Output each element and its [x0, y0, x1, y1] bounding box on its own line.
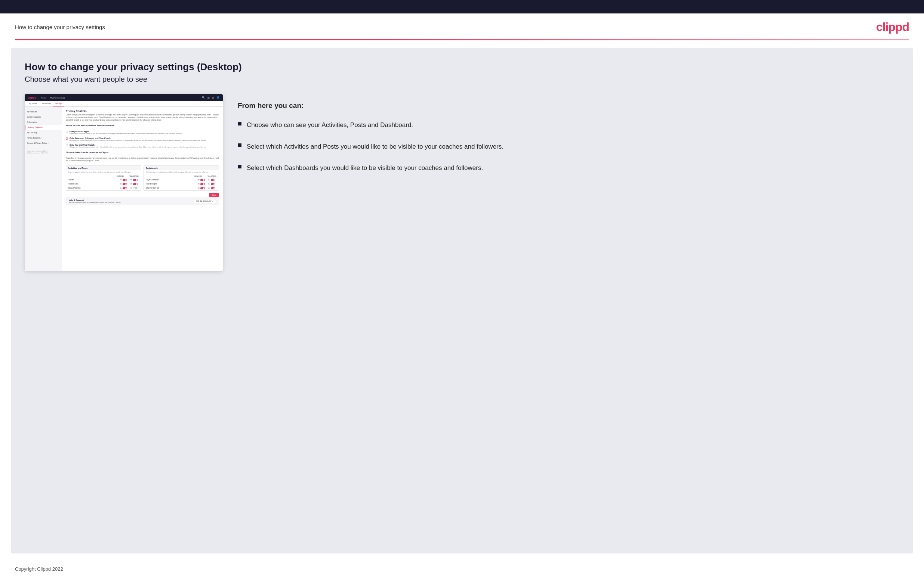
bullet-text-3: Select which Dashboards you would like t… [247, 163, 483, 173]
radio-circle-everyone [66, 131, 68, 133]
followers-col-label: FOLLOWERS [129, 175, 139, 177]
mockup-nav: clippd Home My Performance 🔍 ⊞ ⊙ 👤 [25, 94, 223, 101]
bullet-text-1: Choose who can see your Activities, Post… [247, 120, 413, 130]
sidebar-item-help-support[interactable]: Help & Support ↗ [25, 135, 62, 140]
practice-followers-toggle[interactable]: ON [129, 183, 139, 185]
dashboards-table: Dashboards Select the types of activity … [144, 166, 219, 191]
manual-activities-row: Manual Activities ON ON [66, 186, 141, 190]
sidebar-item-subscription[interactable]: Subscription › [25, 119, 62, 125]
sidebar-item-data-integrations[interactable]: Data Integrations › [25, 114, 62, 119]
practice-coaches-toggle[interactable]: ON [118, 183, 129, 185]
manual-followers-toggle[interactable]: ON [129, 187, 139, 189]
coaches-col-label: COACHES [115, 175, 126, 177]
rounds-row: Rounds ON ON [66, 178, 141, 182]
mockup-nav-icons: 🔍 ⊞ ⊙ 👤 [202, 96, 220, 99]
footer: Copyright Clippd 2022 [0, 561, 924, 577]
sidebar-item-my-golf-bag[interactable]: My Golf Bag › [25, 130, 62, 135]
player-dashboard-row: Player Dashboard ON ON [144, 178, 219, 182]
radio-only-coach[interactable]: Only You and Your Coach Only you and the… [66, 144, 219, 148]
sidebar-version: Clippd Client Version: 2022.8.2 SQL Serv… [25, 148, 62, 155]
rounds-coaches-switch[interactable] [123, 179, 127, 181]
mockup-tabs: My Profile Connections Settings [25, 101, 223, 107]
settings-icon: ⊙ [212, 96, 214, 99]
activities-posts-table: Activities and Posts Select the types of… [66, 166, 141, 191]
manual-coaches-toggle[interactable]: ON [118, 187, 129, 189]
visit-community-button[interactable]: Visit Our Community ↗ [194, 199, 216, 203]
toggle-tables: Activities and Posts Select the types of… [66, 166, 219, 191]
who-can-see-title: Who Can See Your Activities and Dashboar… [66, 124, 219, 128]
bullet-icon-1 [238, 122, 241, 126]
manual-followers-switch[interactable] [133, 187, 137, 189]
insights-followers-toggle[interactable]: ON [206, 183, 217, 185]
content-row: clippd Home My Performance 🔍 ⊞ ⊙ 👤 My Pr… [25, 94, 899, 271]
header-title: How to change your privacy settings [15, 24, 105, 30]
show-hide-desc: Regardless of the privacy controls that … [66, 157, 219, 163]
from-here-title: From here you can: [238, 102, 899, 110]
chevron-right-icon: › [59, 111, 60, 113]
mockup-nav-links: Home My Performance [41, 97, 197, 99]
help-desc: Visit our Clippd community to troublesho… [69, 201, 121, 203]
help-section: Help & Support Visit our Clippd communit… [66, 197, 219, 205]
chevron-right-icon: › [59, 126, 60, 129]
mockup-main: Privacy Controls Control how you and you… [62, 107, 223, 271]
privacy-controls-desc: Control how you and your data appears to… [66, 114, 219, 121]
bullet-icon-2 [238, 143, 241, 147]
manual-coaches-switch[interactable] [123, 187, 127, 189]
tab-connections[interactable]: Connections [39, 101, 53, 106]
nav-home: Home [41, 97, 47, 99]
dash-coaches-col: COACHES [193, 175, 204, 177]
work-coaches-switch[interactable] [200, 187, 205, 189]
radio-circle-followers [66, 137, 68, 140]
top-bar [0, 0, 924, 13]
work-followers-switch[interactable] [211, 187, 215, 189]
radio-everyone[interactable]: Everyone on Clippd Everyone on Clippd ca… [66, 131, 219, 135]
copyright: Copyright Clippd 2022 [15, 566, 63, 572]
player-coaches-switch[interactable] [200, 179, 205, 181]
activities-posts-header: Activities and Posts [66, 166, 141, 170]
grid-icon: ⊞ [207, 96, 210, 99]
player-followers-switch[interactable] [211, 179, 215, 181]
tab-my-profile[interactable]: My Profile [27, 101, 39, 106]
sidebar-item-my-account[interactable]: My Account › [25, 109, 62, 114]
bullet-list: Choose who can see your Activities, Post… [238, 120, 899, 173]
round-insights-row: Round Insights ON ON [144, 182, 219, 186]
chevron-right-icon: › [59, 131, 60, 134]
practice-drills-row: Practice Drills ON ON [66, 182, 141, 186]
dashboards-header: Dashboards [144, 166, 219, 170]
app-mockup: clippd Home My Performance 🔍 ⊞ ⊙ 👤 My Pr… [25, 94, 223, 271]
practice-followers-switch[interactable] [133, 183, 137, 185]
tab-settings[interactable]: Settings [53, 101, 64, 106]
work-followers-toggle[interactable]: ON [206, 187, 217, 189]
sidebar-item-service-privacy[interactable]: Service & Privacy Policy ↗ [25, 140, 62, 146]
rounds-followers-switch[interactable] [133, 179, 137, 181]
bullet-section: From here you can: Choose who can see yo… [238, 94, 899, 173]
rounds-followers-toggle[interactable]: ON [129, 179, 139, 181]
dash-followers-col: FOLLOWERS [206, 175, 217, 177]
screenshot-container: clippd Home My Performance 🔍 ⊞ ⊙ 👤 My Pr… [25, 94, 223, 271]
insights-followers-switch[interactable] [211, 183, 215, 185]
rounds-coaches-toggle[interactable]: ON [118, 179, 129, 181]
page-heading: How to change your privacy settings (Des… [25, 61, 899, 73]
header: How to change your privacy settings clip… [0, 13, 924, 39]
header-divider [15, 39, 909, 40]
radio-followers-coach[interactable]: Only Approved Followers and Your Coach O… [66, 137, 219, 142]
practice-coaches-switch[interactable] [123, 183, 127, 185]
radio-circle-only-coach [66, 144, 68, 147]
activities-subheader: COACHES FOLLOWERS [66, 174, 141, 178]
player-coaches-toggle[interactable]: ON [196, 179, 206, 181]
dashboards-desc: Select the types of activity that you'd … [144, 170, 219, 174]
insights-coaches-switch[interactable] [200, 183, 205, 185]
show-hide-section: Show or hide specific features in Clippd… [66, 151, 219, 197]
sidebar-item-privacy-controls[interactable]: Privacy Controls › [25, 125, 62, 130]
insights-coaches-toggle[interactable]: ON [196, 183, 206, 185]
bullet-icon-3 [238, 165, 241, 168]
work-coaches-toggle[interactable]: ON [196, 187, 206, 189]
save-button[interactable]: Save [209, 193, 219, 197]
player-followers-toggle[interactable]: ON [206, 179, 217, 181]
mockup-body: My Account › Data Integrations › Subscri… [25, 107, 223, 271]
dashboards-subheader: COACHES FOLLOWERS [144, 174, 219, 178]
activities-desc: Select the types of activity that you'd … [66, 170, 141, 174]
logo: clippd [876, 20, 909, 34]
privacy-controls-title: Privacy Controls [66, 110, 219, 113]
mockup-sidebar: My Account › Data Integrations › Subscri… [25, 107, 62, 271]
